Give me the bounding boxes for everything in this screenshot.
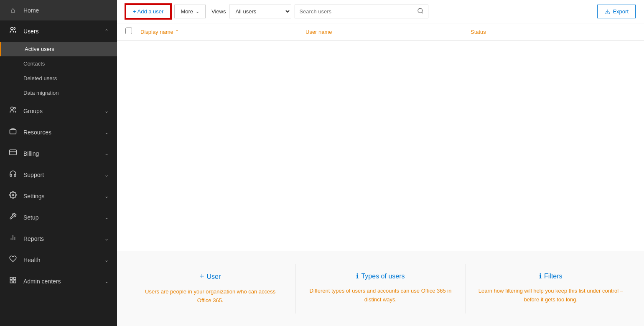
data-migration-label: Data migration bbox=[23, 90, 59, 96]
user-name-header: User name bbox=[305, 29, 332, 35]
svg-point-0 bbox=[11, 27, 13, 30]
more-button[interactable]: More ⌄ bbox=[174, 5, 206, 18]
sidebar-item-settings[interactable]: Settings ⌄ bbox=[0, 185, 117, 207]
more-label: More bbox=[181, 8, 193, 15]
sidebar: ⌂ Home Users ⌃ Active users Contacts Del… bbox=[0, 0, 117, 326]
plus-icon: + bbox=[200, 272, 204, 281]
admin-centers-label: Admin centers bbox=[23, 278, 104, 285]
add-user-label: + Add a user bbox=[133, 8, 163, 15]
filters-card-body: Learn how filtering will help you keep t… bbox=[479, 287, 623, 304]
sidebar-item-reports[interactable]: Reports ⌄ bbox=[0, 228, 117, 249]
groups-chevron-icon: ⌄ bbox=[104, 108, 109, 114]
health-chevron-icon: ⌄ bbox=[104, 257, 109, 263]
billing-label: Billing bbox=[23, 150, 104, 157]
user-name-column[interactable]: User name bbox=[305, 29, 471, 35]
sidebar-item-billing[interactable]: Billing ⌄ bbox=[0, 143, 117, 164]
sidebar-item-users[interactable]: Users ⌃ bbox=[0, 20, 117, 42]
user-card-title-text: User bbox=[207, 273, 221, 281]
sidebar-item-label: Home bbox=[23, 7, 109, 14]
sidebar-item-home[interactable]: ⌂ Home bbox=[0, 0, 117, 20]
sidebar-item-groups[interactable]: Groups ⌄ bbox=[0, 100, 117, 121]
active-users-label: Active users bbox=[25, 46, 54, 52]
table-header: Display name ⌃ User name Status bbox=[117, 23, 644, 40]
support-chevron-icon: ⌄ bbox=[104, 172, 109, 178]
info-circle-icon-filters: ℹ bbox=[539, 272, 542, 280]
support-label: Support bbox=[23, 172, 104, 178]
groups-icon bbox=[8, 106, 18, 116]
svg-point-1 bbox=[11, 107, 13, 109]
search-box bbox=[295, 5, 428, 18]
info-cards-section: + User Users are people in your organiza… bbox=[117, 251, 644, 326]
users-icon bbox=[8, 26, 18, 36]
setup-chevron-icon: ⌄ bbox=[104, 215, 109, 220]
svg-rect-12 bbox=[14, 277, 16, 279]
resources-chevron-icon: ⌄ bbox=[104, 129, 109, 135]
toolbar: + Add a user More ⌄ Views All users Lice… bbox=[117, 0, 644, 23]
views-label: Views bbox=[211, 8, 226, 15]
users-list-area bbox=[117, 40, 644, 251]
health-label: Health bbox=[23, 257, 104, 263]
billing-icon bbox=[8, 149, 18, 158]
admin-centers-icon bbox=[8, 276, 18, 286]
sidebar-subitem-active-users[interactable]: Active users bbox=[0, 42, 117, 56]
select-all-checkbox[interactable] bbox=[125, 28, 132, 34]
info-card-user: + User Users are people in your organiza… bbox=[125, 264, 295, 313]
svg-rect-14 bbox=[14, 281, 16, 283]
search-icon bbox=[417, 8, 424, 14]
info-card-filters: ℹ Filters Learn how filtering will help … bbox=[466, 264, 636, 313]
billing-chevron-icon: ⌄ bbox=[104, 151, 109, 157]
filters-card-title-text: Filters bbox=[544, 273, 563, 280]
sidebar-item-resources[interactable]: Resources ⌄ bbox=[0, 121, 117, 143]
reports-icon bbox=[8, 234, 18, 243]
deleted-users-label: Deleted users bbox=[23, 75, 57, 81]
home-icon: ⌂ bbox=[8, 6, 18, 15]
types-card-title: ℹ Types of users bbox=[356, 272, 405, 280]
resources-label: Resources bbox=[23, 129, 104, 136]
views-select[interactable]: All users Licensed users Guest users Sig… bbox=[229, 5, 291, 18]
sidebar-item-health[interactable]: Health ⌄ bbox=[0, 249, 117, 270]
svg-point-2 bbox=[14, 107, 16, 109]
filters-card-title: ℹ Filters bbox=[539, 272, 563, 280]
groups-label: Groups bbox=[23, 108, 104, 114]
sort-arrow-icon: ⌃ bbox=[175, 29, 179, 35]
export-button[interactable]: Export bbox=[597, 5, 636, 18]
display-name-header: Display name bbox=[140, 29, 173, 35]
add-user-button[interactable]: + Add a user bbox=[125, 4, 171, 19]
svg-rect-3 bbox=[10, 129, 16, 134]
export-label: Export bbox=[613, 8, 629, 15]
svg-point-15 bbox=[418, 8, 423, 13]
info-circle-icon-types: ℹ bbox=[356, 272, 359, 280]
setup-icon bbox=[8, 212, 18, 222]
sidebar-item-admin-centers[interactable]: Admin centers ⌄ bbox=[0, 270, 117, 292]
types-card-title-text: Types of users bbox=[361, 273, 405, 280]
users-chevron-icon: ⌃ bbox=[104, 28, 109, 34]
svg-line-16 bbox=[422, 12, 423, 13]
more-chevron-icon: ⌄ bbox=[196, 9, 199, 14]
display-name-column[interactable]: Display name ⌃ bbox=[140, 29, 305, 35]
info-card-types: ℹ Types of users Different types of user… bbox=[295, 264, 466, 313]
svg-rect-5 bbox=[10, 150, 17, 155]
sidebar-users-label: Users bbox=[23, 28, 104, 35]
search-input[interactable] bbox=[299, 8, 417, 15]
svg-point-7 bbox=[12, 194, 14, 196]
sidebar-subitem-data-migration[interactable]: Data migration bbox=[0, 86, 117, 100]
contacts-label: Contacts bbox=[23, 61, 45, 67]
sidebar-item-support[interactable]: Support ⌄ bbox=[0, 164, 117, 185]
sidebar-subitem-deleted-users[interactable]: Deleted users bbox=[0, 71, 117, 86]
types-card-body: Different types of users and accounts ca… bbox=[308, 287, 453, 304]
support-icon bbox=[8, 170, 18, 179]
sidebar-subitem-contacts[interactable]: Contacts bbox=[0, 56, 117, 71]
search-button[interactable] bbox=[417, 8, 424, 15]
sidebar-item-setup[interactable]: Setup ⌄ bbox=[0, 207, 117, 228]
settings-icon bbox=[8, 191, 18, 201]
setup-label: Setup bbox=[23, 214, 104, 221]
status-column[interactable]: Status bbox=[471, 29, 636, 35]
settings-label: Settings bbox=[23, 193, 104, 200]
admin-centers-chevron-icon: ⌄ bbox=[104, 278, 109, 284]
reports-chevron-icon: ⌄ bbox=[104, 236, 109, 242]
export-icon bbox=[604, 9, 610, 15]
reports-label: Reports bbox=[23, 235, 104, 242]
resources-icon bbox=[8, 127, 18, 137]
user-card-body: Users are people in your organization wh… bbox=[138, 288, 283, 305]
svg-rect-13 bbox=[10, 281, 12, 283]
